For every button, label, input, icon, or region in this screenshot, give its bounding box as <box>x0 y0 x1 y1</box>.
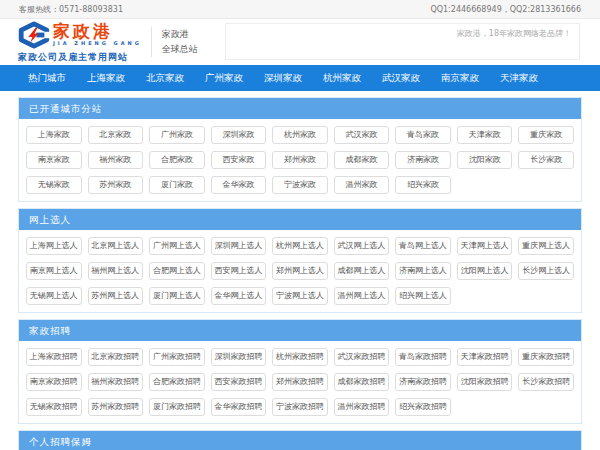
banner-slogan: 家政港，18年家政网络老品牌！ <box>457 29 571 38</box>
city-branch-link[interactable]: 天津家政 <box>457 126 513 144</box>
housekeeping-job-link[interactable]: 天津家政招聘 <box>457 348 513 366</box>
online-selection-link[interactable]: 金华网上选人 <box>211 287 267 305</box>
city-branch-link[interactable]: 苏州家政 <box>88 176 144 194</box>
nav-item[interactable]: 杭州家政 <box>323 72 361 85</box>
housekeeping-job-link[interactable]: 福州家政招聘 <box>88 373 144 391</box>
header-banner-box: 家政港，18年家政网络老品牌！ <box>225 23 580 60</box>
city-branch-link[interactable]: 成都家政 <box>334 151 390 169</box>
city-branch-link[interactable]: 青岛家政 <box>395 126 451 144</box>
online-selection-link[interactable]: 上海网上选人 <box>26 237 82 255</box>
nav-item[interactable]: 深圳家政 <box>264 72 302 85</box>
housekeeping-job-link[interactable]: 青岛家政招聘 <box>395 348 451 366</box>
city-branch-link[interactable]: 重庆家政 <box>518 126 574 144</box>
housekeeping-job-link[interactable]: 苏州家政招聘 <box>88 398 144 416</box>
main-content: 已开通城市分站 上海家政 北京家政 广州家政 深圳家政 杭州家政 武汉家政 青岛… <box>0 91 600 450</box>
housekeeping-job-link[interactable]: 南京家政招聘 <box>26 373 82 391</box>
online-selection-link[interactable]: 福州网上选人 <box>88 262 144 280</box>
online-selection-link[interactable]: 西安网上选人 <box>211 262 267 280</box>
nav-item[interactable]: 上海家政 <box>87 72 125 85</box>
housekeeping-job-link[interactable]: 金华家政招聘 <box>211 398 267 416</box>
housekeeping-job-link[interactable]: 北京家政招聘 <box>88 348 144 366</box>
online-selection-link[interactable]: 沈阳网上选人 <box>457 262 513 280</box>
city-branch-link[interactable]: 长沙家政 <box>518 151 574 169</box>
city-branch-link[interactable]: 沈阳家政 <box>457 151 513 169</box>
city-branch-link[interactable]: 广州家政 <box>149 126 205 144</box>
housekeeping-job-link[interactable]: 温州家政招聘 <box>334 398 390 416</box>
nav-item[interactable]: 南京家政 <box>441 72 479 85</box>
city-branch-link[interactable]: 福州家政 <box>88 151 144 169</box>
station-scope: 全球总站 <box>162 42 198 57</box>
online-selection-link[interactable]: 厦门网上选人 <box>149 287 205 305</box>
section-housekeeping-jobs: 家政招聘 上海家政招聘 北京家政招聘 广州家政招聘 深圳家政招聘 杭州家政招聘 … <box>18 319 582 424</box>
city-branch-link[interactable]: 郑州家政 <box>272 151 328 169</box>
city-branch-link[interactable]: 合肥家政 <box>149 151 205 169</box>
city-branch-link[interactable]: 南京家政 <box>26 151 82 169</box>
online-selection-link[interactable]: 深圳网上选人 <box>211 237 267 255</box>
housekeeping-job-link[interactable]: 广州家政招聘 <box>149 348 205 366</box>
housekeeping-job-link[interactable]: 上海家政招聘 <box>26 348 82 366</box>
nav-item[interactable]: 武汉家政 <box>382 72 420 85</box>
city-branch-link[interactable]: 济南家政 <box>395 151 451 169</box>
city-branch-link[interactable]: 无锡家政 <box>26 176 82 194</box>
online-selection-link[interactable]: 合肥网上选人 <box>149 262 205 280</box>
housekeeping-job-link[interactable]: 无锡家政招聘 <box>26 398 82 416</box>
housekeeping-job-link[interactable]: 济南家政招聘 <box>395 373 451 391</box>
site-header: 家政港 JIA ZHENG GANG 家政公司及雇主常用网站 家政港 全球总站 … <box>0 19 600 65</box>
logo-tagline: 家政公司及雇主常用网站 <box>18 51 142 64</box>
online-selection-link[interactable]: 重庆网上选人 <box>518 237 574 255</box>
housekeeping-job-link[interactable]: 合肥家政招聘 <box>149 373 205 391</box>
city-branch-link[interactable]: 北京家政 <box>88 126 144 144</box>
online-selection-link[interactable]: 济南网上选人 <box>395 262 451 280</box>
housekeeping-job-link[interactable]: 深圳家政招聘 <box>211 348 267 366</box>
section-title: 个人招聘保姆 <box>19 431 581 450</box>
city-branch-link[interactable]: 武汉家政 <box>334 126 390 144</box>
housekeeping-job-link[interactable]: 郑州家政招聘 <box>272 373 328 391</box>
online-selection-link[interactable]: 郑州网上选人 <box>272 262 328 280</box>
housekeeping-job-link[interactable]: 沈阳家政招聘 <box>457 373 513 391</box>
online-selection-link[interactable]: 天津网上选人 <box>457 237 513 255</box>
qq-contact-text: QQ1:2446668949，QQ2:2813361666 <box>430 4 581 15</box>
city-branch-link[interactable]: 上海家政 <box>26 126 82 144</box>
city-branch-link[interactable]: 宁波家政 <box>272 176 328 194</box>
housekeeping-job-link[interactable]: 西安家政招聘 <box>211 373 267 391</box>
housekeeping-job-link[interactable]: 宁波家政招聘 <box>272 398 328 416</box>
topbar: 客服热线：0571-88093831 QQ1:2446668949，QQ2:28… <box>0 0 600 19</box>
housekeeping-job-link[interactable]: 厦门家政招聘 <box>149 398 205 416</box>
city-branch-link[interactable]: 西安家政 <box>211 151 267 169</box>
hotline-text: 客服热线：0571-88093831 <box>19 4 123 15</box>
city-branch-link[interactable]: 杭州家政 <box>272 126 328 144</box>
nav-item[interactable]: 热门城市 <box>28 72 66 85</box>
online-selection-link[interactable]: 苏州网上选人 <box>88 287 144 305</box>
housekeeping-job-link[interactable]: 长沙家政招聘 <box>518 373 574 391</box>
online-selection-links: 上海网上选人 北京网上选人 广州网上选人 深圳网上选人 杭州网上选人 武汉网上选… <box>19 230 581 312</box>
nav-item[interactable]: 北京家政 <box>146 72 184 85</box>
online-selection-link[interactable]: 青岛网上选人 <box>395 237 451 255</box>
online-selection-link[interactable]: 成都网上选人 <box>334 262 390 280</box>
online-selection-link[interactable]: 广州网上选人 <box>149 237 205 255</box>
section-online-selection: 网上选人 上海网上选人 北京网上选人 广州网上选人 深圳网上选人 杭州网上选人 … <box>18 208 582 313</box>
online-selection-link[interactable]: 温州网上选人 <box>334 287 390 305</box>
online-selection-link[interactable]: 杭州网上选人 <box>272 237 328 255</box>
housekeeping-job-link[interactable]: 成都家政招聘 <box>334 373 390 391</box>
online-selection-link[interactable]: 宁波网上选人 <box>272 287 328 305</box>
nav-item[interactable]: 广州家政 <box>205 72 243 85</box>
site-logo[interactable]: 家政港 JIA ZHENG GANG 家政公司及雇主常用网站 <box>18 21 142 64</box>
online-selection-link[interactable]: 武汉网上选人 <box>334 237 390 255</box>
city-branch-link[interactable]: 深圳家政 <box>211 126 267 144</box>
online-selection-link[interactable]: 无锡网上选人 <box>26 287 82 305</box>
city-branch-link[interactable]: 厦门家政 <box>149 176 205 194</box>
city-branch-link[interactable]: 金华家政 <box>211 176 267 194</box>
housekeeping-job-link[interactable]: 重庆家政招聘 <box>518 348 574 366</box>
online-selection-link[interactable]: 南京网上选人 <box>26 262 82 280</box>
city-branch-links: 上海家政 北京家政 广州家政 深圳家政 杭州家政 武汉家政 青岛家政 天津家政 … <box>19 119 581 201</box>
housekeeping-job-link[interactable]: 武汉家政招聘 <box>334 348 390 366</box>
online-selection-link[interactable]: 长沙网上选人 <box>518 262 574 280</box>
section-title: 已开通城市分站 <box>19 98 581 119</box>
online-selection-link[interactable]: 绍兴网上选人 <box>395 287 451 305</box>
housekeeping-job-link[interactable]: 绍兴家政招聘 <box>395 398 451 416</box>
city-branch-link[interactable]: 绍兴家政 <box>395 176 451 194</box>
city-branch-link[interactable]: 温州家政 <box>334 176 390 194</box>
nav-item[interactable]: 天津家政 <box>500 72 538 85</box>
housekeeping-job-link[interactable]: 杭州家政招聘 <box>272 348 328 366</box>
online-selection-link[interactable]: 北京网上选人 <box>88 237 144 255</box>
